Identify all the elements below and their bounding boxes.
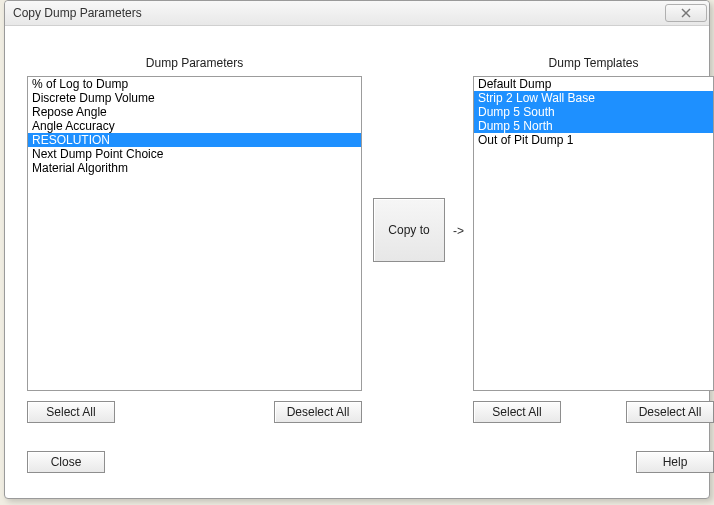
copy-to-button[interactable]: Copy to bbox=[373, 198, 445, 262]
close-button[interactable]: Close bbox=[27, 451, 105, 473]
list-item[interactable]: Material Algorithm bbox=[28, 161, 361, 175]
arrow-label: -> bbox=[453, 224, 464, 238]
deselect-all-parameters-button[interactable]: Deselect All bbox=[274, 401, 362, 423]
dump-parameters-header: Dump Parameters bbox=[27, 56, 362, 70]
list-item[interactable]: Default Dump bbox=[474, 77, 713, 91]
dialog-window: Copy Dump Parameters Dump Parameters Dum… bbox=[4, 0, 710, 499]
help-button[interactable]: Help bbox=[636, 451, 714, 473]
list-item[interactable]: Discrete Dump Volume bbox=[28, 91, 361, 105]
title-bar: Copy Dump Parameters bbox=[5, 1, 709, 26]
select-all-parameters-button[interactable]: Select All bbox=[27, 401, 115, 423]
window-close-button[interactable] bbox=[665, 4, 707, 22]
dump-parameters-list[interactable]: % of Log to DumpDiscrete Dump VolumeRepo… bbox=[27, 76, 362, 391]
list-item[interactable]: Next Dump Point Choice bbox=[28, 147, 361, 161]
list-item[interactable]: RESOLUTION bbox=[28, 133, 361, 147]
list-item[interactable]: Dump 5 North bbox=[474, 119, 713, 133]
dialog-content: Dump Parameters Dump Templates % of Log … bbox=[5, 26, 709, 498]
select-all-templates-button[interactable]: Select All bbox=[473, 401, 561, 423]
window-title: Copy Dump Parameters bbox=[13, 6, 142, 20]
list-item[interactable]: Dump 5 South bbox=[474, 105, 713, 119]
close-icon bbox=[681, 8, 691, 18]
list-item[interactable]: Strip 2 Low Wall Base bbox=[474, 91, 713, 105]
dump-templates-list[interactable]: Default DumpStrip 2 Low Wall BaseDump 5 … bbox=[473, 76, 714, 391]
dump-templates-header: Dump Templates bbox=[473, 56, 714, 70]
list-item[interactable]: Out of Pit Dump 1 bbox=[474, 133, 713, 147]
list-item[interactable]: % of Log to Dump bbox=[28, 77, 361, 91]
list-item[interactable]: Repose Angle bbox=[28, 105, 361, 119]
list-item[interactable]: Angle Accuracy bbox=[28, 119, 361, 133]
deselect-all-templates-button[interactable]: Deselect All bbox=[626, 401, 714, 423]
